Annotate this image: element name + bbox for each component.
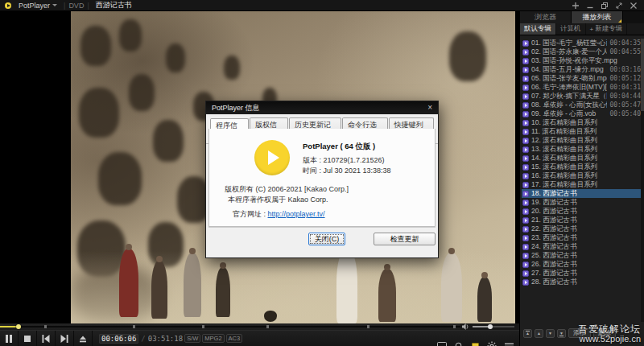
- playlist-item[interactable]: 06. 毛宁-涛声依旧(MTV)[国语].mpg00:04:31: [522, 83, 643, 92]
- cave-opening: [166, 43, 185, 72]
- playlist-item[interactable]: 05. 国语-张学友-吻别.mpg00:05:12: [522, 74, 643, 83]
- fullscreen-button[interactable]: [615, 2, 622, 9]
- move-top-button[interactable]: ▲: [523, 329, 532, 338]
- media-file-icon: [522, 182, 529, 188]
- playlist-item[interactable]: 04. 国语-五月-缘分.mpg00:03:16: [522, 65, 643, 74]
- next-button[interactable]: [56, 331, 74, 346]
- playlist-item[interactable]: 15. 滚石精彩曲目系列: [522, 163, 643, 171]
- transport-buttons: 00:06:06 / 03:51:18 S/WMPG2AC3: [0, 330, 519, 346]
- dialog-titlebar[interactable]: PotPlayer 信息 ×: [206, 101, 438, 114]
- playlist-toggle-button[interactable]: [472, 343, 479, 346]
- utility-icons: [437, 339, 514, 346]
- volume-knob[interactable]: [488, 324, 493, 329]
- playlist-item[interactable]: 25. 西游记古书: [522, 251, 643, 260]
- playlist-item[interactable]: 17. 滚石精彩曲目系列: [522, 180, 643, 189]
- playlist-item[interactable]: 26. 西游记古书: [522, 260, 643, 269]
- playlist-item[interactable]: 10. 滚石精彩曲目系列: [522, 118, 643, 127]
- media-file-icon: [522, 262, 529, 268]
- always-on-top-button[interactable]: [572, 2, 579, 9]
- media-file-icon: [522, 76, 529, 82]
- playlist-item[interactable]: 24. 西游记古书: [522, 242, 643, 251]
- move-bottom-button[interactable]: ▼: [557, 329, 566, 338]
- scrollbar-thumb[interactable]: [641, 39, 644, 111]
- playlist-item[interactable]: 01. 国语-毛宁_杨钰莹-心雨.mpg00:04:35: [522, 39, 643, 47]
- osd-message-button[interactable]: [437, 342, 447, 346]
- playlist-item[interactable]: 14. 滚石精彩曲目系列: [522, 154, 643, 163]
- maximize-button[interactable]: [601, 2, 608, 9]
- close-button[interactable]: [630, 2, 637, 9]
- playlist-item[interactable]: 22. 西游记古书: [522, 224, 643, 233]
- seek-knob[interactable]: [16, 324, 21, 329]
- cave-opening: [119, 19, 142, 51]
- album-tab-计算机[interactable]: 计算机: [556, 23, 586, 35]
- media-file-icon: [522, 244, 529, 250]
- dvd-button[interactable]: DVD: [68, 2, 84, 10]
- playlist-item[interactable]: 20. 西游记古书: [522, 207, 643, 216]
- playlist-item[interactable]: 28. 西游记古书: [522, 278, 643, 286]
- app-menu-button[interactable]: PotPlayer: [15, 2, 60, 10]
- speaker-icon: [462, 323, 469, 330]
- playlist-item[interactable]: 19. 西游记古书: [522, 198, 643, 207]
- playlist-item-duration: 00:05:12: [607, 75, 641, 82]
- potplayer-logo-icon: [5, 2, 11, 9]
- media-file-icon: [522, 235, 529, 241]
- album-tab-默认专辑[interactable]: 默认专辑: [520, 23, 556, 35]
- playlist-item[interactable]: 11. 滚石精彩曲目系列: [522, 127, 643, 136]
- move-down-button[interactable]: ▼: [546, 329, 555, 338]
- time-separator: /: [141, 335, 145, 343]
- playlist-scrollbar[interactable]: [641, 39, 644, 322]
- previous-button[interactable]: [37, 331, 56, 346]
- playlist-item[interactable]: 03. 国语-孙悦-祝你平安.mpg: [522, 56, 643, 65]
- menu-button[interactable]: [505, 343, 514, 346]
- copyright-line: 版权所有 (C) 2006-2021 [Kakao Corp.]: [225, 184, 349, 195]
- playlist-item[interactable]: 12. 滚石精彩曲目系列: [522, 136, 643, 145]
- playlist-item[interactable]: 08. 卓依婷 - 心雨(女孩心情故事).vob00:05:47: [522, 101, 643, 109]
- album-tab-label: 新建专辑: [595, 24, 622, 34]
- codec-badge: MPG2: [202, 334, 224, 343]
- potplayer-play-logo-icon: [254, 140, 290, 175]
- dialog-close-ok-button[interactable]: 关闭(C): [308, 233, 345, 245]
- move-up-button[interactable]: ▲: [535, 329, 543, 338]
- volume-track[interactable]: [473, 326, 514, 327]
- website-link[interactable]: http://potplayer.tv/: [268, 210, 325, 218]
- playlist-item[interactable]: 09. 卓依婷 - 心雨.vob00:05:40: [522, 109, 643, 118]
- ownership-line: 本程序著作权属于 Kakao Corp.: [228, 195, 328, 205]
- current-time: 00:06:06: [99, 334, 138, 344]
- seek-bar[interactable]: [0, 323, 460, 330]
- divider: |: [60, 2, 68, 10]
- playlist-item[interactable]: 16. 滚石精彩曲目系列: [522, 171, 643, 180]
- playlist-item[interactable]: 07. 郑少秋-摘下满天星（国语）.vob00:04:44: [522, 92, 643, 101]
- stop-button[interactable]: [19, 331, 37, 346]
- tab-播放列表[interactable]: 播放列表: [572, 11, 623, 23]
- settings-button[interactable]: [487, 341, 497, 346]
- playlist-item[interactable]: 23. 西游记古书: [522, 233, 643, 242]
- tab-浏览器[interactable]: 浏览器: [520, 11, 572, 23]
- app-menu-label: PotPlayer: [19, 2, 50, 10]
- media-file-icon: [522, 49, 529, 56]
- playlist-item[interactable]: 27. 西游记古书: [522, 269, 643, 278]
- playlist-item[interactable]: 02. 国语-苏永康-爱一个人好难.mpg00:04:55: [522, 47, 643, 56]
- playlist-item-duration: 00:03:16: [607, 66, 641, 73]
- open-file-button[interactable]: [74, 331, 93, 346]
- playlist-item[interactable]: 21. 西游记古书: [522, 216, 643, 224]
- media-file-icon: [522, 120, 529, 126]
- playlist-item[interactable]: 18. 西游记古书: [522, 189, 643, 198]
- playlist-item[interactable]: 13. 滚石精彩曲目系列: [522, 145, 643, 154]
- check-update-button[interactable]: 检查更新: [374, 233, 436, 245]
- version-line: 版本 : 210729(1.7.21526): [303, 155, 385, 166]
- album-tabs: 默认专辑计算机+新建专辑: [520, 23, 644, 35]
- minimize-button[interactable]: [586, 2, 593, 9]
- chapter-mark: [133, 325, 135, 328]
- dialog-close-button[interactable]: ×: [427, 104, 432, 112]
- media-title: 西游记古书: [93, 0, 132, 10]
- pause-button[interactable]: [0, 331, 19, 346]
- search-button[interactable]: [455, 342, 464, 346]
- album-tab-新建专辑[interactable]: +新建专辑: [586, 23, 628, 35]
- cave-opening: [129, 74, 155, 111]
- person-figure: [336, 249, 357, 323]
- playlist-item-duration: 00:04:31: [607, 84, 641, 91]
- media-file-icon: [522, 111, 529, 117]
- media-file-icon: [522, 58, 529, 64]
- dialog-app-name: PotPlayer ( 64 位版 ): [303, 142, 375, 152]
- playlist-tabs: 浏览器播放列表: [520, 11, 644, 23]
